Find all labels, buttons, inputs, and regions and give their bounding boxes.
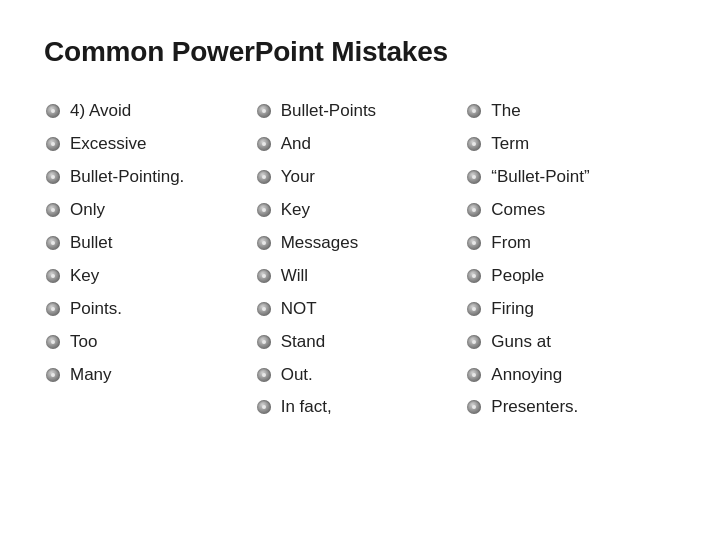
bullet-text: Excessive bbox=[70, 133, 147, 156]
bullet-icon bbox=[44, 102, 62, 120]
bullet-text: NOT bbox=[281, 298, 317, 321]
bullet-icon bbox=[465, 201, 483, 219]
bullet-icon bbox=[465, 366, 483, 384]
bullet-text: Points. bbox=[70, 298, 122, 321]
bullet-text: Annoying bbox=[491, 364, 562, 387]
bullet-text: 4) Avoid bbox=[70, 100, 131, 123]
list-item: Bullet-Pointing. bbox=[44, 166, 255, 189]
bullet-text: Will bbox=[281, 265, 308, 288]
bullet-icon bbox=[255, 300, 273, 318]
bullet-icon bbox=[465, 168, 483, 186]
bullet-text: The bbox=[491, 100, 520, 123]
bullet-icon bbox=[255, 267, 273, 285]
list-item: Annoying bbox=[465, 364, 676, 387]
bullet-text: Bullet-Pointing. bbox=[70, 166, 184, 189]
bullet-text: And bbox=[281, 133, 311, 156]
list-item: In fact, bbox=[255, 396, 466, 419]
bullet-text: People bbox=[491, 265, 544, 288]
list-item: Excessive bbox=[44, 133, 255, 156]
list-item: NOT bbox=[255, 298, 466, 321]
bullet-icon bbox=[255, 333, 273, 351]
bullet-text: In fact, bbox=[281, 396, 332, 419]
bullet-icon bbox=[465, 102, 483, 120]
page-title: Common PowerPoint Mistakes bbox=[44, 36, 676, 68]
list-item: Bullet bbox=[44, 232, 255, 255]
list-item: Key bbox=[255, 199, 466, 222]
bullet-text: Key bbox=[70, 265, 99, 288]
list-item: Firing bbox=[465, 298, 676, 321]
list-item: Out. bbox=[255, 364, 466, 387]
bullet-icon bbox=[44, 168, 62, 186]
list-item: People bbox=[465, 265, 676, 288]
bullet-text: Term bbox=[491, 133, 529, 156]
column-1: 4) AvoidExcessiveBullet-Pointing. OnlyBu… bbox=[44, 100, 255, 392]
column-3: TheTerm“Bullet-Point”ComesFromPeopleFiri… bbox=[465, 100, 676, 425]
bullet-text: From bbox=[491, 232, 531, 255]
list-item: Key bbox=[44, 265, 255, 288]
list-item: Many bbox=[44, 364, 255, 387]
bullet-icon bbox=[465, 398, 483, 416]
bullet-text: Messages bbox=[281, 232, 358, 255]
bullet-icon bbox=[255, 366, 273, 384]
bullet-icon bbox=[465, 135, 483, 153]
bullet-text: Firing bbox=[491, 298, 534, 321]
list-item: Term bbox=[465, 133, 676, 156]
bullet-text: Guns at bbox=[491, 331, 551, 354]
bullet-icon bbox=[255, 201, 273, 219]
bullet-text: Bullet bbox=[70, 232, 113, 255]
list-item: Presenters. bbox=[465, 396, 676, 419]
bullet-text: Presenters. bbox=[491, 396, 578, 419]
list-item: Guns at bbox=[465, 331, 676, 354]
list-item: The bbox=[465, 100, 676, 123]
list-item: Messages bbox=[255, 232, 466, 255]
list-item: Stand bbox=[255, 331, 466, 354]
bullet-icon bbox=[44, 234, 62, 252]
columns-container: 4) AvoidExcessiveBullet-Pointing. OnlyBu… bbox=[44, 100, 676, 425]
list-item: And bbox=[255, 133, 466, 156]
list-item: 4) Avoid bbox=[44, 100, 255, 123]
bullet-icon bbox=[44, 201, 62, 219]
bullet-text: Out. bbox=[281, 364, 313, 387]
bullet-text: Bullet-Points bbox=[281, 100, 376, 123]
column-2: Bullet-PointsAndYourKeyMessagesWillNOTSt… bbox=[255, 100, 466, 425]
bullet-icon bbox=[465, 267, 483, 285]
bullet-icon bbox=[44, 135, 62, 153]
bullet-icon bbox=[44, 300, 62, 318]
bullet-icon bbox=[44, 366, 62, 384]
list-item: Too bbox=[44, 331, 255, 354]
list-item: Your bbox=[255, 166, 466, 189]
bullet-text: Your bbox=[281, 166, 315, 189]
list-item: Comes bbox=[465, 199, 676, 222]
bullet-text: Key bbox=[281, 199, 310, 222]
bullet-icon bbox=[255, 168, 273, 186]
page: Common PowerPoint Mistakes 4) AvoidExces… bbox=[0, 0, 720, 540]
bullet-text: Only bbox=[70, 199, 105, 222]
list-item: From bbox=[465, 232, 676, 255]
list-item: “Bullet-Point” bbox=[465, 166, 676, 189]
bullet-icon bbox=[44, 333, 62, 351]
list-item: Will bbox=[255, 265, 466, 288]
bullet-text: Comes bbox=[491, 199, 545, 222]
bullet-icon bbox=[255, 135, 273, 153]
bullet-icon bbox=[255, 102, 273, 120]
bullet-text: Many bbox=[70, 364, 112, 387]
bullet-icon bbox=[255, 234, 273, 252]
bullet-text: Stand bbox=[281, 331, 325, 354]
list-item: Points. bbox=[44, 298, 255, 321]
bullet-icon bbox=[255, 398, 273, 416]
bullet-icon bbox=[465, 234, 483, 252]
bullet-text: Too bbox=[70, 331, 97, 354]
bullet-icon bbox=[465, 333, 483, 351]
bullet-text: “Bullet-Point” bbox=[491, 166, 589, 189]
list-item: Only bbox=[44, 199, 255, 222]
list-item: Bullet-Points bbox=[255, 100, 466, 123]
bullet-icon bbox=[465, 300, 483, 318]
bullet-icon bbox=[44, 267, 62, 285]
